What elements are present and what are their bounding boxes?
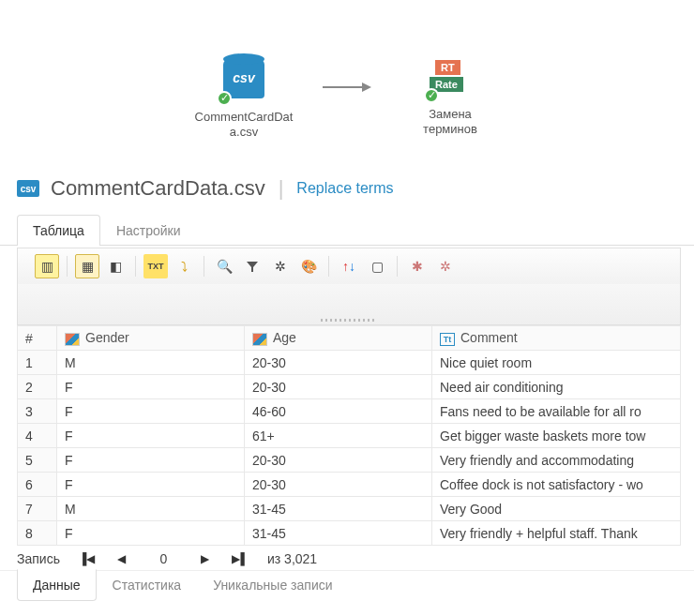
cell-rownum: 4 [18,424,57,448]
categorical-icon [252,333,267,346]
cell-rownum: 6 [18,473,57,497]
cell-comment[interactable]: Fans need to be available for all ro [432,399,681,424]
tab-таблица[interactable]: Таблица [17,215,100,246]
cell-age[interactable]: 20-30 [245,473,432,497]
header-age[interactable]: Age [245,326,432,351]
filter-icon[interactable] [240,254,264,278]
table-header-row: # Gender Age TtComment [18,326,681,351]
cell-age[interactable]: 20-30 [245,375,432,399]
toolbar-separator [67,256,68,277]
tabs-bottom: ДанныеСтатистикаУникальные записи [0,570,694,602]
cell-age[interactable]: 31-45 [245,497,432,521]
reorder-icon[interactable]: ↑↓ [337,254,361,278]
cell-rownum: 8 [18,521,57,546]
record-navigator: Запись ▐◀ ◀ 0 ▶ ▶▌ из 3,021 [0,546,694,568]
svg-marker-1 [362,83,371,92]
cell-comment[interactable]: Very friendly and accommodating [432,448,681,473]
cell-gender[interactable]: F [57,448,245,473]
check-badge-icon [424,88,439,103]
cell-comment[interactable]: Very Good [432,497,681,521]
columns-icon[interactable]: ▥ [35,254,59,278]
binoculars-icon[interactable]: 🔍 [212,254,236,278]
workflow-node-label: Замена терминов [423,107,477,136]
cell-gender[interactable]: F [57,521,245,546]
cell-age[interactable]: 20-30 [245,351,432,375]
tab-данные[interactable]: Данные [17,569,97,601]
gear-icon[interactable]: ✲ [268,254,293,278]
table-row[interactable]: 8F31-45Very friendly + helpful staff. Th… [18,521,681,546]
cell-comment[interactable]: Nice quiet room [432,351,681,375]
toolbar-separator [397,256,398,277]
text-type-icon: Tt [440,333,455,346]
spark-down-icon[interactable]: ✲ [433,254,458,278]
highlight-icon[interactable]: ▦ [75,254,99,278]
table-row[interactable]: 2F20-30Need air conditioning [18,375,681,399]
cell-comment[interactable]: Get bigger waste baskets more tow [432,424,681,448]
spark-up-icon[interactable]: ✱ [405,254,430,278]
header-gender[interactable]: Gender [57,326,245,351]
csv-small-icon: csv [17,180,39,197]
cell-gender[interactable]: M [57,351,245,375]
cell-rownum: 3 [18,399,57,424]
data-table: # Gender Age TtComment 1M20-30Nice quiet… [17,325,681,546]
cell-rownum: 7 [18,497,57,521]
header-comment[interactable]: TtComment [432,326,681,351]
csv-file-icon [220,57,267,104]
cell-comment[interactable]: Need air conditioning [432,375,681,399]
page-subtitle[interactable]: Replace terms [296,180,393,197]
header-rownum[interactable]: # [18,326,57,351]
categorical-icon [65,333,80,346]
nav-last-icon[interactable]: ▶▌ [228,552,252,565]
table-row[interactable]: 3F46-60Fans need to be available for all… [18,399,681,424]
nav-prev-icon[interactable]: ◀ [113,552,129,565]
table-row[interactable]: 6F20-30Coffee dock is not satisfactory -… [18,473,681,497]
page-icon[interactable]: ▢ [365,254,389,278]
toolbar-separator [204,256,204,277]
table-row[interactable]: 4F61+Get bigger waste baskets more tow [18,424,681,448]
nav-first-icon[interactable]: ▐◀ [75,552,99,565]
check-badge-icon [217,91,232,106]
cell-age[interactable]: 31-45 [245,521,432,546]
cell-age[interactable]: 46-60 [245,399,432,424]
title-bar: csv CommentCardData.csv | Replace terms [0,169,694,214]
cell-comment[interactable]: Very friendly + helpful staff. Thank [432,521,681,546]
svg-marker-2 [247,262,258,272]
toolbar-separator [135,256,136,277]
record-label: Запись [17,551,60,566]
palette-icon[interactable]: 🎨 [296,254,321,278]
cell-rownum: 2 [18,375,57,399]
splitter-icon[interactable]: ◧ [103,254,128,278]
record-position[interactable]: 0 [144,551,182,566]
workflow-canvas: CommentCardDat a.csv RT Rate Замена терм… [0,0,694,169]
cell-gender[interactable]: M [57,497,245,521]
cell-comment[interactable]: Coffee dock is not satisfactory - wo [432,473,681,497]
txt-icon[interactable]: TXT [143,254,168,278]
cell-rownum: 5 [18,448,57,473]
toolbar-spacer [17,284,681,325]
cell-rownum: 1 [18,351,57,375]
cell-age[interactable]: 20-30 [245,448,432,473]
table-row[interactable]: 7M31-45Very Good [18,497,681,521]
cell-age[interactable]: 61+ [245,424,432,448]
workflow-node-label: CommentCardDat a.csv [195,110,294,139]
table-row[interactable]: 1M20-30Nice quiet room [18,351,681,375]
title-separator: | [279,176,284,201]
record-total: из 3,021 [267,551,317,566]
workflow-node-replace[interactable]: RT Rate Замена терминов [394,60,506,136]
replace-terms-icon: RT Rate [428,60,473,101]
table-row[interactable]: 5F20-30Very friendly and accommodating [18,448,681,473]
cell-gender[interactable]: F [57,473,245,497]
cell-gender[interactable]: F [57,375,245,399]
workflow-node-csv[interactable]: CommentCardDat a.csv [188,57,300,139]
cell-gender[interactable]: F [57,399,245,424]
toolbar: ▥ ▦ ◧ TXT ⤵ 🔍 ✲ 🎨 ↑↓ ▢ ✱ ✲ [17,248,681,284]
tab-статистика[interactable]: Статистика [97,570,198,601]
nav-next-icon[interactable]: ▶ [197,552,213,565]
page-title: CommentCardData.csv [51,176,265,201]
tab-настройки[interactable]: Настройки [100,215,197,246]
workflow-arrow-icon [319,64,375,111]
toolbar-separator [328,256,329,277]
tab-уникальные-записи[interactable]: Уникальные записи [197,570,348,601]
cell-gender[interactable]: F [57,424,245,448]
sort-icon[interactable]: ⤵ [172,254,196,278]
